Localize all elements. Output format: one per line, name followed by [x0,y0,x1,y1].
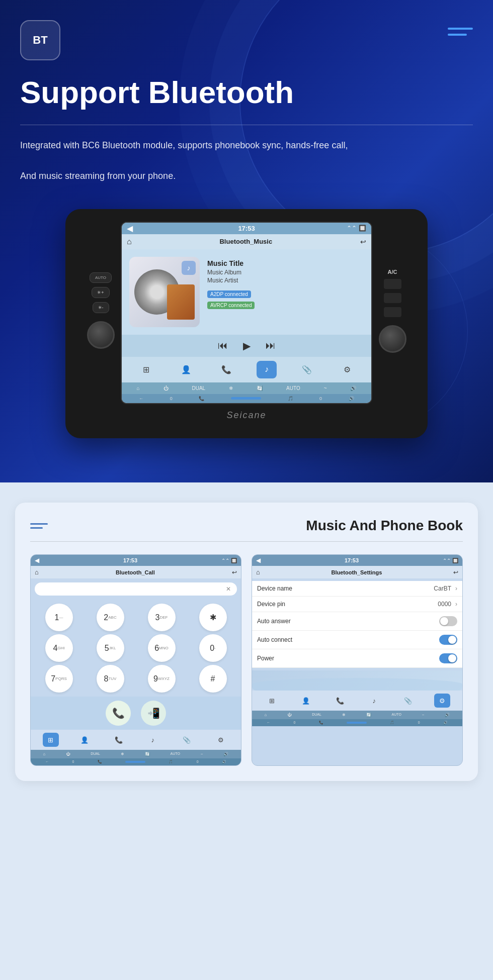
play-button[interactable]: ▶ [243,340,251,352]
toolbar-ac2[interactable]: 🔄 [257,385,263,391]
home-icon[interactable]: ⌂ [127,237,132,246]
track-info: Music Title Music Album Music Artist A2D… [207,257,364,327]
fan-up-button[interactable]: ✳+ [92,287,109,298]
track-album: Music Album [207,269,364,276]
call-nav-files[interactable]: 📎 [179,733,195,747]
wifi-icon: 🔲 [359,225,366,232]
ctb-home[interactable]: ⌂ [43,752,45,756]
settings-home[interactable]: ⌂ [256,568,260,576]
stb-fan[interactable]: ~ [422,713,425,717]
dial-key-6[interactable]: 6MNO [148,634,176,662]
toolbar-snow[interactable]: ❄ [229,385,233,391]
ssb2-phone: 📞 [319,721,323,725]
dial-key-hash[interactable]: # [199,665,227,693]
stb-home[interactable]: ⌂ [264,713,267,717]
setting-row-power[interactable]: Power [252,649,462,668]
ctb-snow[interactable]: ❄ [121,752,124,756]
auto-connect-toggle[interactable] [439,635,457,645]
call-nav-title: Bluetooth_Call [39,569,232,575]
call-nav-music[interactable]: ♪ [145,733,161,747]
nav-contacts[interactable]: 👤 [176,361,196,378]
toolbar-home[interactable]: ⌂ [136,385,139,391]
nav-files[interactable]: 📎 [297,361,317,378]
toolbar-power[interactable]: ⏻ [163,385,169,391]
settings-nav-phone[interactable]: 📞 [332,694,348,708]
card-menu-icon[interactable] [30,523,48,529]
stb-dual[interactable]: DUAL [312,713,321,717]
dial-key-3[interactable]: 3DEF [148,604,176,631]
dial-key-5[interactable]: 5JKL [97,634,124,662]
call-nav-settings[interactable]: ⚙ [213,733,229,747]
stb-snow[interactable]: ❄ [342,713,346,717]
settings-statusbar2: ← 0 📞 🎵 0 🔊 [252,719,462,726]
setting-row-auto-answer[interactable]: Auto answer [252,612,462,631]
ctb-vol[interactable]: 🔊 [223,752,228,756]
toolbar-dual[interactable]: DUAL [192,385,205,391]
music-note-icon[interactable]: ♪ [182,261,196,275]
dial-key-7[interactable]: 7PQRS [45,665,73,693]
setting-row-auto-connect[interactable]: Auto connect [252,631,462,649]
dial-key-0[interactable]: 0- [199,634,227,662]
settings-nav-contacts[interactable]: 👤 [298,694,314,708]
left-knob[interactable] [87,321,115,349]
auto-answer-toggle[interactable] [439,616,457,626]
settings-nav-files[interactable]: 📎 [400,694,416,708]
stb-vol[interactable]: 🔊 [445,713,450,717]
ctb-dual[interactable]: DUAL [91,752,100,756]
stb-power[interactable]: ⏻ [287,713,291,717]
nav-music[interactable]: ♪ [257,361,277,378]
toolbar-vol[interactable]: 🔊 [350,385,356,391]
dial-key-star[interactable]: ✱ [199,604,227,631]
nav-settings[interactable]: ⚙ [337,361,357,378]
ctb-fan[interactable]: ~ [201,752,203,756]
dial-key-9[interactable]: 9WXYZ [148,665,176,693]
dial-key-4[interactable]: 4GHI [45,634,73,662]
settings-nav-gear[interactable]: ⚙ [434,694,450,708]
power-label: Power [257,655,439,662]
power-toggle[interactable] [439,653,457,663]
stb-ac[interactable]: 🔄 [366,713,371,717]
dial-key-2[interactable]: 2ABC [97,604,124,631]
call-nav-apps[interactable]: ⊞ [43,733,59,747]
fan-down-button[interactable]: ✳- [93,302,109,313]
settings-nav-back[interactable]: ↩ [453,569,458,576]
stb-auto[interactable]: AUTO [392,713,401,717]
setting-row-device-name[interactable]: Device name CarBT › [252,581,462,597]
screen-nav-back[interactable]: ↩ [360,238,366,246]
toolbar-auto2[interactable]: AUTO [286,385,300,391]
right-knob[interactable] [379,325,406,353]
ctb-power[interactable]: ⏻ [66,752,70,756]
dial-search-bar[interactable]: ✕ [35,582,237,596]
nav-apps[interactable]: ⊞ [136,361,156,378]
ssb2-vol: 🔊 [443,721,448,725]
call-nav-contacts[interactable]: 👤 [76,733,93,747]
screen-back-arrow[interactable]: ◀ [127,224,133,233]
setting-row-device-pin[interactable]: Device pin 0000 › [252,597,462,612]
dial-key-8[interactable]: 8TUV [97,665,124,693]
call-green2-button[interactable]: 📲 [141,701,166,726]
device-name-label: Device name [257,585,434,592]
next-button[interactable]: ⏭ [266,340,276,351]
call-back-arrow[interactable]: ◀ [35,557,39,564]
auto-button[interactable]: AUTO [90,272,112,283]
csb2-music: 🎵 [169,760,173,764]
csb2-slider [125,761,145,763]
settings-nav-apps[interactable]: ⊞ [264,694,280,708]
call-home[interactable]: ⌂ [35,568,39,576]
call-nav-phone[interactable]: 📞 [111,733,127,747]
dial-key-1[interactable]: 1— [45,604,73,631]
car-sides: AUTO ✳+ ✳- ◀ 17:53 ⌃⌃ 🔲 [80,222,413,404]
auto-connect-label: Auto connect [257,636,439,643]
settings-nav-music[interactable]: ♪ [366,694,382,708]
dial-clear-button[interactable]: ✕ [226,585,231,593]
auto-answer-knob [440,617,448,625]
call-green-button[interactable]: 📞 [106,701,131,726]
ctb-ac[interactable]: 🔄 [145,752,150,756]
menu-icon[interactable] [448,28,473,36]
toolbar-fan[interactable]: ~ [324,385,327,391]
prev-button[interactable]: ⏮ [218,340,228,351]
settings-back-arrow[interactable]: ◀ [256,557,261,564]
call-nav-back[interactable]: ↩ [232,569,237,576]
ctb-auto[interactable]: AUTO [171,752,180,756]
nav-phone[interactable]: 📞 [216,361,236,378]
